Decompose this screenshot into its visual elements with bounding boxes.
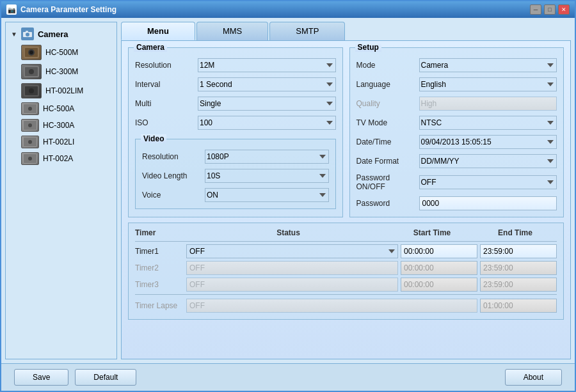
about-button[interactable]: About	[505, 369, 562, 386]
window-title: Camera Parameter Setting	[20, 5, 116, 14]
camera-iso-select[interactable]: 100200400	[198, 116, 336, 130]
camera-iso-label: ISO	[135, 118, 193, 127]
timer1-name: Timer1	[135, 247, 184, 256]
timer1-end-input[interactable]	[481, 245, 576, 258]
sidebar: ▼ Camera HC-500M HC-300M	[5, 22, 117, 359]
svg-rect-2	[26, 31, 28, 33]
device-thumb-ht002li	[21, 136, 39, 148]
main-content: ▼ Camera HC-500M HC-300M	[1, 18, 575, 363]
camera-multi-select[interactable]: SingleMulti	[198, 97, 336, 111]
sidebar-item-hc300m[interactable]: HC-300M	[8, 62, 114, 81]
sidebar-header: ▼ Camera	[8, 25, 114, 43]
timer2-status-select[interactable]: OFFON	[186, 261, 398, 275]
sidebar-item-ht002li[interactable]: HT-002LI	[8, 134, 114, 150]
timer3-status-select[interactable]: OFFON	[186, 278, 398, 292]
timer-section: Timer Status Start Time End Time Timer1 …	[128, 223, 564, 320]
top-sections: Camera Resolution 12M8M5M3M Interval 1 S…	[128, 47, 564, 217]
setup-quality-row: Quality HighMediumLow	[356, 97, 557, 111]
video-resolution-row: Resolution 1080P720P480P	[142, 150, 329, 164]
setup-dateformat-select[interactable]: DD/MM/YYMM/DD/YYYY/MM/DD	[419, 154, 557, 168]
camera-interval-label: Interval	[135, 80, 193, 89]
setup-section: Setup Mode CameraVideoCamera+Video Langu…	[349, 47, 564, 217]
device-thumb-hc300m	[21, 64, 42, 79]
start-col-header: Start Time	[390, 228, 474, 237]
timer1-start-wrap: ▲ ▼	[401, 244, 477, 258]
device-thumb-hc500m	[21, 45, 42, 60]
close-button[interactable]: ✕	[558, 4, 570, 15]
setup-dateformat-row: Date Format DD/MM/YYMM/DD/YYYY/MM/DD	[356, 154, 557, 168]
setup-language-select[interactable]: EnglishChineseFrenchGerman	[419, 77, 557, 91]
camera-interval-select[interactable]: 1 Second5 Seconds10 Seconds30 Seconds	[198, 77, 336, 91]
right-panel: Menu MMS SMTP Camera Resolution	[121, 22, 571, 359]
camera-resolution-row: Resolution 12M8M5M3M	[135, 58, 336, 72]
video-length-select[interactable]: 10S30S1Min3Min5Min	[205, 169, 329, 183]
timer2-name: Timer2	[135, 263, 184, 272]
camera-resolution-label: Resolution	[135, 61, 193, 70]
timer-lapse-status-select[interactable]: OFFON	[186, 299, 477, 313]
setup-password-onoff-row: Password ON/OFF OFFON	[356, 173, 557, 191]
end-col-header: End Time	[474, 228, 557, 237]
default-button[interactable]: Default	[75, 369, 136, 386]
camera-section: Camera Resolution 12M8M5M3M Interval 1 S…	[128, 47, 343, 217]
setup-section-title: Setup	[355, 43, 381, 52]
timer-lapse-time-input[interactable]	[481, 299, 576, 312]
video-resolution-select[interactable]: 1080P720P480P	[205, 150, 329, 164]
video-length-label: Video Length	[142, 171, 200, 180]
sidebar-item-hc500m[interactable]: HC-500M	[8, 43, 114, 62]
tab-smtp[interactable]: SMTP	[269, 22, 345, 40]
sidebar-item-ht002lim[interactable]: HT-002LIM	[8, 81, 114, 100]
timer2-row: Timer2 OFFON ▲ ▼	[135, 261, 557, 275]
timer2-start-wrap: ▲ ▼	[401, 261, 477, 275]
timer-lapse-time-wrap: ▲ ▼	[480, 299, 557, 313]
status-col-header: Status	[186, 228, 390, 237]
timer-col-header: Timer	[135, 228, 186, 237]
tab-menu[interactable]: Menu	[121, 22, 195, 40]
setup-quality-label: Quality	[356, 99, 414, 108]
timer1-row: Timer1 OFFON ▲ ▼	[135, 244, 557, 258]
maximize-button[interactable]: □	[544, 4, 556, 15]
device-thumb-ht002a	[21, 152, 39, 165]
setup-password-onoff-select[interactable]: OFFON	[419, 175, 557, 189]
video-voice-label: Voice	[142, 191, 200, 200]
tab-mms[interactable]: MMS	[196, 22, 268, 40]
title-bar-left: 📷 Camera Parameter Setting	[6, 4, 116, 15]
camera-resolution-select[interactable]: 12M8M5M3M	[198, 58, 336, 72]
setup-password-label: Password	[356, 199, 414, 208]
save-button[interactable]: Save	[14, 369, 68, 386]
video-resolution-label: Resolution	[142, 152, 200, 161]
timer1-status-select[interactable]: OFFON	[186, 244, 398, 258]
svg-point-9	[29, 69, 34, 74]
sidebar-item-hc300a[interactable]: HC-300A	[8, 117, 114, 134]
timer3-end-wrap: ▲ ▼	[480, 278, 557, 292]
expand-icon[interactable]: ▼	[11, 31, 17, 38]
setup-language-label: Language	[356, 80, 414, 89]
sidebar-item-ht002a[interactable]: HT-002A	[8, 150, 114, 167]
sidebar-label-ht002lim: HT-002LIM	[45, 86, 83, 95]
setup-tvmode-select[interactable]: NTSCPAL	[419, 116, 557, 130]
timer-lapse-name: Timer Lapse	[135, 301, 184, 310]
video-section: Video Resolution 1080P720P480P Video Len…	[135, 139, 336, 209]
setup-password-input[interactable]	[419, 196, 557, 210]
setup-mode-row: Mode CameraVideoCamera+Video	[356, 58, 557, 72]
sidebar-label-hc500a: HC-500A	[43, 104, 74, 113]
setup-password-row: Password	[356, 196, 557, 210]
svg-point-18	[28, 123, 32, 127]
minimize-button[interactable]: ─	[530, 4, 541, 15]
timer3-end-input[interactable]	[481, 278, 576, 291]
timer2-end-input[interactable]	[481, 262, 576, 274]
setup-mode-select[interactable]: CameraVideoCamera+Video	[419, 58, 557, 72]
window-icon: 📷	[6, 4, 17, 15]
device-thumb-hc300a	[21, 119, 39, 132]
sidebar-label-hc300a: HC-300A	[43, 121, 74, 130]
sidebar-label-ht002a: HT-002A	[43, 154, 73, 163]
bottom-right-buttons: About	[505, 369, 562, 386]
video-voice-select[interactable]: ONOFF	[205, 188, 329, 202]
sidebar-label-hc300m: HC-300M	[45, 67, 78, 76]
setup-datetime-select[interactable]: 09/04/2013 15:05:15	[419, 135, 557, 149]
setup-quality-select[interactable]: HighMediumLow	[419, 97, 557, 111]
timer1-end-wrap: ▲ ▼	[480, 244, 557, 258]
camera-folder-icon	[21, 27, 34, 40]
video-section-title: Video	[141, 134, 166, 143]
sidebar-item-hc500a[interactable]: HC-500A	[8, 100, 114, 117]
svg-point-21	[28, 140, 32, 144]
